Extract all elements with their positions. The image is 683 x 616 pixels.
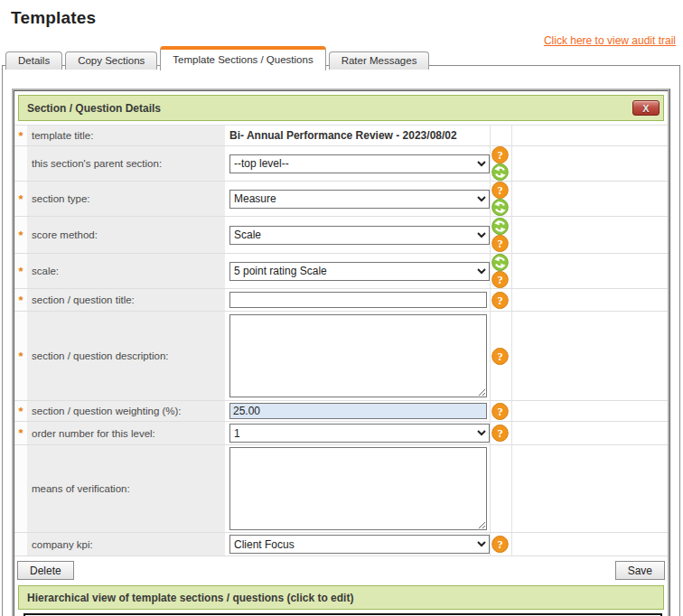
field-label: scale:	[27, 254, 225, 288]
help-icon[interactable]	[491, 182, 509, 199]
field-label: score method:	[27, 217, 225, 253]
panel-title: Section / Question Details	[27, 102, 161, 115]
form-row-means-of-verification: means of verification:	[14, 445, 668, 533]
template-title-value: Bi- Annual Performance Review - 2023/08/…	[229, 129, 457, 142]
required-marker: *	[14, 217, 27, 253]
refresh-icon[interactable]	[491, 218, 509, 235]
form-row-parent-section: this section's parent section: --top lev…	[14, 146, 668, 182]
field-label: section / question description:	[27, 312, 225, 400]
required-marker: *	[14, 289, 27, 311]
refresh-icon[interactable]	[491, 163, 509, 181]
field-label: section / question weighting (%):	[27, 401, 225, 421]
action-bar: Delete Save	[14, 556, 668, 582]
help-icon[interactable]	[491, 271, 509, 288]
tab-template-sections-questions[interactable]: Template Sections / Questions	[160, 46, 325, 70]
page-title: Templates	[11, 8, 683, 28]
form-row-score-method: * score method: Scale	[14, 217, 668, 254]
form-row-company-kpi: company kpi: Client Focus	[14, 533, 668, 556]
panel-header: Section / Question Details X	[18, 95, 664, 121]
means-of-verification-textarea[interactable]	[229, 447, 487, 530]
required-marker: *	[14, 401, 27, 421]
form-row-scale: * scale: 5 point rating Scale	[14, 254, 668, 289]
close-button[interactable]: X	[632, 100, 660, 116]
required-marker: *	[14, 126, 27, 145]
details-form: * template title: Bi- Annual Performance…	[14, 125, 668, 556]
required-marker: *	[14, 422, 27, 444]
tab-content-panel: Section / Question Details X * template …	[2, 65, 680, 616]
section-question-details-panel: Section / Question Details X * template …	[12, 89, 670, 616]
form-row-order-number: * order number for this level: 1	[14, 422, 668, 445]
field-label: company kpi:	[27, 533, 225, 555]
help-icon[interactable]	[491, 536, 509, 553]
form-row-section-type: * section type: Measure	[14, 182, 668, 217]
question-description-textarea[interactable]	[229, 314, 487, 397]
hierarchy-header[interactable]: Hierarchical view of template sections /…	[18, 585, 664, 610]
tab-details[interactable]: Details	[5, 51, 62, 70]
score-method-select[interactable]: Scale	[229, 226, 490, 245]
field-label: section type:	[27, 182, 225, 216]
tab-rater-messages[interactable]: Rater Messages	[329, 51, 430, 70]
company-kpi-select[interactable]: Client Focus	[229, 535, 490, 554]
required-marker: *	[14, 254, 27, 288]
field-label: section / question title:	[27, 289, 225, 311]
tab-copy-sections[interactable]: Copy Sections	[65, 51, 157, 70]
audit-trail-link[interactable]: Click here to view audit trail	[544, 34, 676, 47]
required-marker: *	[14, 182, 27, 216]
scale-select[interactable]: 5 point rating Scale	[229, 262, 490, 281]
field-label: this section's parent section:	[27, 146, 225, 181]
help-icon[interactable]	[491, 425, 509, 442]
required-marker: *	[14, 312, 27, 400]
field-label: means of verification:	[27, 445, 225, 532]
delete-button[interactable]: Delete	[17, 561, 74, 580]
help-icon[interactable]	[491, 146, 509, 163]
weighting-input[interactable]	[229, 403, 487, 419]
form-row-weighting: * section / question weighting (%):	[14, 401, 668, 422]
refresh-icon[interactable]	[491, 254, 509, 271]
form-row-question-description: * section / question description:	[14, 312, 668, 401]
help-icon[interactable]	[491, 292, 509, 309]
refresh-icon[interactable]	[491, 199, 509, 216]
help-icon[interactable]	[491, 403, 509, 420]
field-label: order number for this level:	[27, 422, 225, 444]
form-row-template-title: * template title: Bi- Annual Performance…	[14, 126, 668, 146]
hierarchy-title: Hierarchical view of template sections /…	[27, 592, 353, 604]
section-type-select[interactable]: Measure	[229, 190, 490, 209]
form-row-question-title: * section / question title:	[14, 289, 668, 312]
parent-section-select[interactable]: --top level--	[229, 154, 490, 173]
save-button[interactable]: Save	[615, 561, 665, 580]
question-title-input[interactable]	[229, 292, 487, 308]
order-number-select[interactable]: 1	[229, 424, 490, 443]
help-icon[interactable]	[491, 348, 509, 365]
help-icon[interactable]	[491, 235, 509, 252]
tab-bar: Details Copy Sections Template Sections …	[5, 46, 432, 70]
field-label: template title:	[27, 126, 225, 145]
